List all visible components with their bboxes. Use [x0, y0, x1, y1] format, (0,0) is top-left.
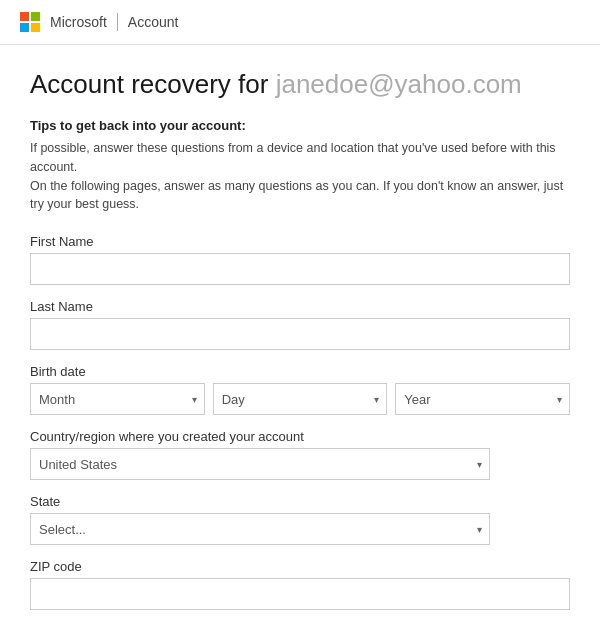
zip-input[interactable] — [30, 578, 570, 610]
header-section: Account — [128, 14, 179, 30]
state-group: State Select... ▾ — [30, 494, 570, 545]
year-select-wrap: Year ▾ — [395, 383, 570, 415]
zip-label: ZIP code — [30, 559, 570, 574]
tips-line1: If possible, answer these questions from… — [30, 139, 570, 177]
recovery-email: janedoe@yahoo.com — [276, 69, 522, 99]
year-select[interactable]: Year — [395, 383, 570, 415]
state-select[interactable]: Select... — [30, 513, 490, 545]
state-select-wrap: Select... ▾ — [30, 513, 490, 545]
day-select-wrap: Day 12345 678910 1112131415 1617181920 2… — [213, 383, 388, 415]
month-select-wrap: Month JanuaryFebruaryMarch AprilMayJune … — [30, 383, 205, 415]
last-name-group: Last Name — [30, 299, 570, 350]
birth-date-group: Birth date Month JanuaryFebruaryMarch Ap… — [30, 364, 570, 415]
tips-line2: On the following pages, answer as many q… — [30, 177, 570, 215]
first-name-group: First Name — [30, 234, 570, 285]
header: Microsoft Account — [0, 0, 600, 45]
country-select-wrap: United States ▾ — [30, 448, 490, 480]
day-select[interactable]: Day 12345 678910 1112131415 1617181920 2… — [213, 383, 388, 415]
first-name-input[interactable] — [30, 253, 570, 285]
tips-heading: Tips to get back into your account: — [30, 118, 570, 133]
birth-date-row: Month JanuaryFebruaryMarch AprilMayJune … — [30, 383, 570, 415]
main-content: Account recovery for janedoe@yahoo.com T… — [0, 45, 600, 623]
country-group: Country/region where you created your ac… — [30, 429, 570, 480]
page-title: Account recovery for janedoe@yahoo.com — [30, 69, 570, 100]
last-name-label: Last Name — [30, 299, 570, 314]
header-divider — [117, 13, 118, 31]
state-label: State — [30, 494, 570, 509]
last-name-input[interactable] — [30, 318, 570, 350]
country-label: Country/region where you created your ac… — [30, 429, 570, 444]
microsoft-logo — [20, 12, 40, 32]
tips-section: Tips to get back into your account: If p… — [30, 118, 570, 214]
birth-date-label: Birth date — [30, 364, 570, 379]
country-select[interactable]: United States — [30, 448, 490, 480]
first-name-label: First Name — [30, 234, 570, 249]
zip-group: ZIP code — [30, 559, 570, 610]
month-select[interactable]: Month JanuaryFebruaryMarch AprilMayJune … — [30, 383, 205, 415]
company-name: Microsoft — [50, 14, 107, 30]
